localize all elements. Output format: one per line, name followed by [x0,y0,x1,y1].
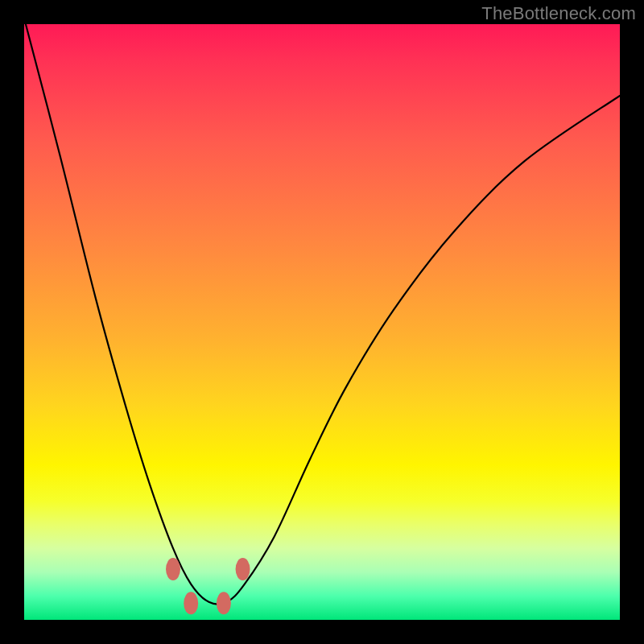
watermark-text: TheBottleneck.com [481,3,636,24]
curve-marker [217,592,231,614]
curve-marker [236,558,250,580]
curve-marker [166,558,180,580]
plot-area [24,24,620,620]
curve-marker [184,592,198,614]
bottleneck-curve [24,24,620,605]
marker-group [166,558,250,614]
curve-svg [24,24,620,620]
chart-frame: TheBottleneck.com [0,0,644,644]
